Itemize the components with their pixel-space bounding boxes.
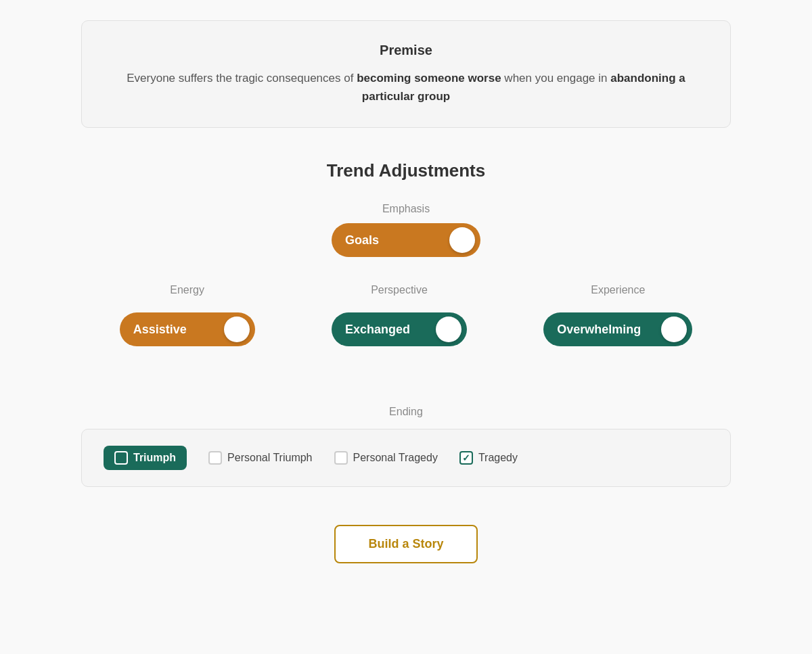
premise-bold1: becoming someone worse [357, 72, 501, 85]
experience-toggle-knob [661, 317, 687, 342]
ending-personal-tragedy[interactable]: Personal Tragedy [334, 451, 438, 465]
premise-text-before: Everyone suffers the tragic consequences… [127, 72, 357, 85]
tragedy-checkbox [459, 451, 473, 465]
personal-triumph-label: Personal Triumph [227, 452, 312, 464]
emphasis-toggle[interactable]: Goals [332, 223, 480, 257]
ending-personal-triumph[interactable]: Personal Triumph [208, 451, 312, 465]
personal-triumph-checkbox [208, 451, 222, 465]
premise-text: Everyone suffers the tragic consequences… [114, 69, 698, 106]
perspective-toggle-knob [436, 317, 461, 342]
trend-adjustments-section: Trend Adjustments Emphasis Goals Energy … [81, 160, 731, 373]
triumph-label: Triumph [133, 452, 176, 464]
emphasis-toggle-knob [449, 227, 475, 253]
personal-tragedy-label: Personal Tragedy [353, 452, 438, 464]
energy-toggle-knob [224, 317, 250, 342]
tragedy-label: Tragedy [478, 452, 518, 464]
experience-label: Experience [591, 284, 645, 296]
ending-card: Triumph Personal Triumph Personal Traged… [81, 429, 731, 487]
build-story-button[interactable]: Build a Story [334, 525, 477, 563]
perspective-group: Perspective Exchanged [332, 284, 467, 346]
emphasis-group: Emphasis Goals [332, 203, 480, 257]
energy-toggle-text: Assistive [133, 323, 217, 337]
trend-adjustments-title: Trend Adjustments [327, 160, 486, 181]
premise-title: Premise [114, 43, 698, 58]
triumph-checkbox [114, 451, 128, 465]
premise-card: Premise Everyone suffers the tragic cons… [81, 20, 731, 128]
perspective-toggle-text: Exchanged [345, 323, 429, 337]
ending-section: Ending Triumph Personal Triumph Personal… [81, 406, 731, 487]
emphasis-label: Emphasis [382, 203, 430, 215]
three-toggles-row: Energy Assistive Perspective Exchanged E… [81, 284, 731, 346]
energy-toggle[interactable]: Assistive [120, 312, 255, 346]
experience-toggle[interactable]: Overwhelming [543, 312, 692, 346]
experience-toggle-text: Overwhelming [557, 323, 654, 337]
perspective-label: Perspective [371, 284, 428, 296]
page-container: Premise Everyone suffers the tragic cons… [81, 20, 731, 563]
ending-label: Ending [389, 406, 423, 418]
premise-text-middle: when you engage in [501, 72, 611, 85]
emphasis-toggle-text: Goals [345, 233, 443, 248]
energy-label: Energy [170, 284, 204, 296]
perspective-toggle[interactable]: Exchanged [332, 312, 467, 346]
energy-group: Energy Assistive [120, 284, 255, 346]
ending-tragedy[interactable]: Tragedy [459, 451, 518, 465]
personal-tragedy-checkbox [334, 451, 348, 465]
experience-group: Experience Overwhelming [543, 284, 692, 346]
ending-triumph[interactable]: Triumph [104, 446, 187, 470]
